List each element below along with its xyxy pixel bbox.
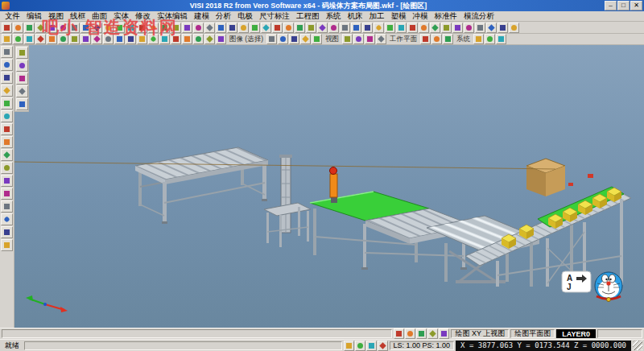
menu-item-17[interactable]: 冲模 bbox=[410, 11, 431, 22]
toolbar-icon[interactable] bbox=[385, 23, 395, 33]
toolbar-icon[interactable] bbox=[376, 34, 386, 44]
toolbar-icon[interactable] bbox=[69, 34, 80, 44]
tool-icon[interactable] bbox=[1, 97, 13, 109]
toolbar-icon[interactable] bbox=[193, 23, 204, 33]
status-icon[interactable] bbox=[394, 328, 404, 339]
menu-item-5[interactable]: 实体 bbox=[110, 11, 132, 22]
toolbar-icon[interactable] bbox=[148, 34, 159, 44]
toolbar-icon[interactable] bbox=[496, 34, 506, 44]
toolbar-icon[interactable] bbox=[80, 34, 91, 44]
toolbar-icon[interactable] bbox=[92, 23, 102, 33]
toolbar-icon[interactable] bbox=[486, 23, 497, 33]
toolbar-icon[interactable] bbox=[58, 23, 68, 33]
toolbar-icon[interactable] bbox=[2, 23, 12, 33]
toolbar-icon[interactable] bbox=[289, 34, 299, 44]
toolbar-icon[interactable] bbox=[353, 34, 364, 44]
toolbar-icon[interactable] bbox=[171, 34, 181, 44]
toolbar-icon[interactable] bbox=[148, 23, 159, 33]
toolbar-icon[interactable] bbox=[420, 34, 431, 44]
menu-item-9[interactable]: 分析 bbox=[213, 11, 234, 22]
tool-icon[interactable] bbox=[16, 72, 28, 85]
status-icon[interactable] bbox=[366, 341, 377, 351]
toolbar-icon[interactable] bbox=[69, 23, 80, 33]
toolbar-icon[interactable] bbox=[475, 23, 485, 33]
tool-icon[interactable] bbox=[1, 110, 13, 122]
menu-item-0[interactable]: 文件 bbox=[2, 11, 23, 22]
menu-item-1[interactable]: 编辑 bbox=[23, 11, 45, 22]
toolbar-icon[interactable] bbox=[266, 34, 277, 44]
toolbar-icon[interactable] bbox=[497, 23, 508, 33]
toolbar-icon[interactable] bbox=[204, 34, 215, 44]
toolbar-icon[interactable] bbox=[452, 23, 463, 33]
toolbar-icon[interactable] bbox=[261, 23, 271, 33]
toolbar-icon[interactable] bbox=[227, 23, 237, 33]
toolbar-icon[interactable] bbox=[182, 23, 192, 33]
toolbar-icon[interactable] bbox=[283, 23, 294, 33]
toolbar-icon[interactable] bbox=[92, 34, 102, 44]
toolbar-icon[interactable] bbox=[137, 34, 147, 44]
menu-item-11[interactable]: 尺寸标注 bbox=[256, 11, 293, 22]
toolbar-icon[interactable] bbox=[340, 23, 350, 33]
viewport-3d[interactable]: A J bbox=[14, 45, 644, 328]
menu-item-12[interactable]: 工程图 bbox=[293, 11, 323, 22]
tool-icon[interactable] bbox=[1, 85, 13, 97]
toolbar-icon[interactable] bbox=[443, 34, 453, 44]
toolbar-icon[interactable] bbox=[317, 23, 328, 33]
toolbar-icon[interactable] bbox=[13, 34, 23, 44]
tool-icon[interactable] bbox=[1, 72, 13, 84]
toolbar-icon[interactable] bbox=[2, 34, 12, 44]
toolbar-icon[interactable] bbox=[430, 23, 440, 33]
menu-item-15[interactable]: 加工 bbox=[366, 11, 388, 22]
toolbar-icon[interactable] bbox=[126, 34, 136, 44]
status-icon[interactable] bbox=[405, 328, 415, 339]
close-button[interactable]: ✕ bbox=[630, 1, 642, 10]
toolbar-icon[interactable] bbox=[407, 23, 418, 33]
tool-icon[interactable] bbox=[1, 136, 13, 148]
toolbar-icon[interactable] bbox=[441, 23, 452, 33]
toolbar-icon[interactable] bbox=[193, 34, 204, 44]
toolbar-icon[interactable] bbox=[24, 34, 35, 44]
menu-item-3[interactable]: 线框 bbox=[67, 11, 89, 22]
toolbar-icon[interactable] bbox=[328, 23, 339, 33]
tool-icon[interactable] bbox=[1, 46, 13, 58]
tool-icon[interactable] bbox=[1, 200, 13, 213]
menu-item-16[interactable]: 塑模 bbox=[388, 11, 410, 22]
status-icon[interactable] bbox=[416, 328, 427, 339]
toolbar-icon[interactable] bbox=[464, 23, 474, 33]
toolbar-icon[interactable] bbox=[278, 34, 288, 44]
tool-icon[interactable] bbox=[16, 47, 28, 59]
toolbar-icon[interactable] bbox=[13, 23, 23, 33]
toolbar-icon[interactable] bbox=[159, 34, 170, 44]
toolbar-icon[interactable] bbox=[103, 34, 114, 44]
toolbar-icon[interactable] bbox=[306, 23, 316, 33]
menu-item-13[interactable]: 系统 bbox=[323, 11, 345, 22]
toolbar-icon[interactable] bbox=[47, 23, 57, 33]
toolbar-icon[interactable] bbox=[24, 23, 35, 33]
status-icon[interactable] bbox=[355, 341, 365, 351]
tool-icon[interactable] bbox=[1, 162, 13, 174]
menu-item-14[interactable]: 机床 bbox=[345, 11, 366, 22]
toolbar-icon[interactable] bbox=[485, 34, 495, 44]
tool-icon[interactable] bbox=[1, 175, 13, 187]
tool-icon[interactable] bbox=[1, 226, 13, 238]
toolbar-icon[interactable] bbox=[342, 34, 353, 44]
status-layer[interactable]: LAYER0 bbox=[556, 329, 596, 338]
menu-item-10[interactable]: 电极 bbox=[234, 11, 256, 22]
status-icon[interactable] bbox=[378, 341, 388, 351]
tool-icon[interactable] bbox=[1, 149, 13, 161]
tool-icon[interactable] bbox=[1, 239, 13, 251]
menu-item-4[interactable]: 曲面 bbox=[89, 11, 110, 22]
toolbar-icon[interactable] bbox=[171, 23, 181, 33]
menu-item-8[interactable]: 建模 bbox=[191, 11, 213, 22]
toolbar-icon[interactable] bbox=[238, 23, 249, 33]
toolbar-icon[interactable] bbox=[312, 34, 322, 44]
resize-grip[interactable] bbox=[633, 341, 642, 350]
toolbar-icon[interactable] bbox=[295, 23, 305, 33]
toolbar-icon[interactable] bbox=[182, 34, 192, 44]
toolbar-icon[interactable] bbox=[365, 34, 375, 44]
tool-icon[interactable] bbox=[1, 59, 13, 71]
toolbar-icon[interactable] bbox=[374, 23, 384, 33]
toolbar-icon[interactable] bbox=[159, 23, 170, 33]
toolbar-icon[interactable] bbox=[204, 23, 215, 33]
status-icon[interactable] bbox=[439, 328, 449, 339]
